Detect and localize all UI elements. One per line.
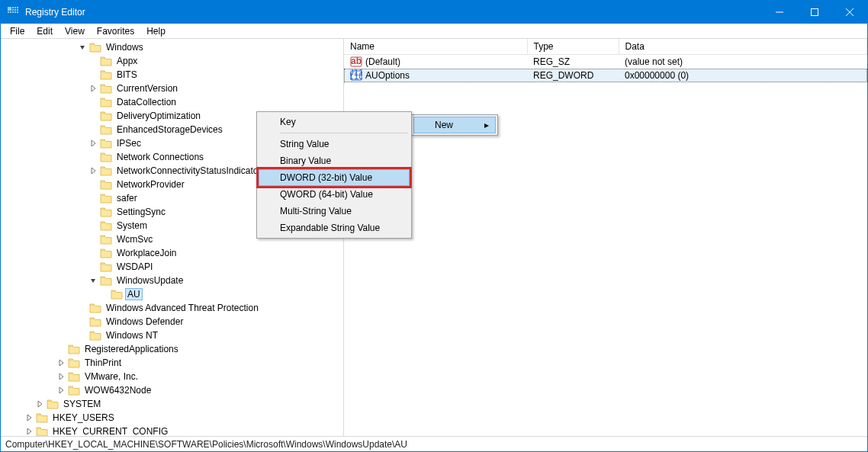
- tree-node-label: HKEY_USERS: [51, 412, 116, 423]
- chevron-down-icon[interactable]: [88, 275, 98, 286]
- tree-node[interactable]: WindowsUpdate: [2, 274, 343, 287]
- chevron-right-icon[interactable]: [56, 385, 66, 396]
- chevron-right-icon[interactable]: [34, 399, 45, 409]
- tree-node-label: AU: [126, 289, 142, 300]
- context-menu-new-parent[interactable]: New▸: [411, 114, 498, 136]
- menu-edit[interactable]: Edit: [31, 24, 59, 38]
- tree-node[interactable]: Windows: [2, 40, 343, 54]
- context-item[interactable]: Key: [259, 114, 410, 130]
- menu-help[interactable]: Help: [140, 24, 172, 38]
- context-item-new[interactable]: New▸: [413, 117, 496, 133]
- statusbar: Computer\HKEY_LOCAL_MACHINE\SOFTWARE\Pol…: [1, 436, 867, 451]
- tree-node[interactable]: WOW6432Node: [2, 383, 343, 397]
- window-title: Registry Editor: [25, 7, 762, 18]
- value-type: REG_SZ: [527, 55, 619, 69]
- tree-node[interactable]: WorkplaceJoin: [2, 246, 343, 260]
- minimize-button[interactable]: [762, 1, 797, 24]
- statusbar-path: Computer\HKEY_LOCAL_MACHINE\SOFTWARE\Pol…: [5, 439, 407, 450]
- spacer: [88, 56, 98, 66]
- folder-icon: [100, 248, 112, 258]
- value-list-pane[interactable]: Name Type Data ab(Default)REG_SZ(value n…: [344, 39, 867, 436]
- tree-node[interactable]: ThinPrint: [2, 356, 343, 370]
- context-item[interactable]: QWORD (64-bit) Value: [259, 186, 410, 203]
- folder-icon: [100, 179, 112, 190]
- svg-rect-13: [812, 9, 818, 16]
- folder-icon: [68, 357, 80, 368]
- menu-view[interactable]: View: [59, 24, 91, 38]
- context-item[interactable]: Binary Value: [259, 152, 410, 169]
- context-item[interactable]: DWORD (32-bit) Value: [259, 169, 410, 186]
- spacer: [88, 152, 98, 162]
- tree-node-label: BITS: [115, 69, 139, 80]
- tree-node[interactable]: VMware, Inc.: [2, 370, 343, 383]
- svg-text:ab: ab: [351, 56, 362, 66]
- chevron-right-icon[interactable]: [88, 83, 98, 94]
- chevron-down-icon[interactable]: [77, 42, 88, 53]
- context-separator: [280, 133, 408, 133]
- chevron-right-icon[interactable]: [56, 357, 66, 368]
- tree-node[interactable]: Windows NT: [2, 329, 343, 342]
- value-list[interactable]: Name Type Data ab(Default)REG_SZ(value n…: [344, 39, 867, 82]
- column-data[interactable]: Data: [619, 39, 867, 55]
- tree-node[interactable]: Windows Advanced Threat Protection: [2, 301, 343, 315]
- svg-rect-2: [14, 7, 16, 8]
- submenu-arrow-icon: ▸: [484, 120, 489, 130]
- tree-node-label: Windows NT: [104, 330, 159, 341]
- window-controls: [762, 1, 867, 24]
- chevron-right-icon[interactable]: [24, 412, 34, 423]
- spacer: [88, 111, 98, 121]
- tree-node-label: WindowsUpdate: [115, 275, 185, 286]
- menu-file[interactable]: File: [4, 24, 31, 38]
- tree-node[interactable]: Appx: [2, 54, 343, 68]
- svg-rect-5: [14, 9, 16, 11]
- folder-icon: [89, 303, 101, 313]
- titlebar[interactable]: Registry Editor: [1, 1, 867, 24]
- maximize-button[interactable]: [797, 1, 832, 24]
- column-type[interactable]: Type: [527, 39, 619, 55]
- folder-icon: [89, 316, 101, 327]
- tree-node[interactable]: Windows Defender: [2, 315, 343, 329]
- folder-icon: [89, 42, 101, 53]
- tree-node[interactable]: SYSTEM: [2, 397, 343, 411]
- tree-node-label: System: [115, 220, 149, 231]
- tree-node[interactable]: BITS: [2, 68, 343, 82]
- spacer: [88, 97, 98, 107]
- tree-node-label: safer: [115, 193, 139, 204]
- chevron-right-icon[interactable]: [88, 138, 98, 149]
- tree-node[interactable]: CurrentVersion: [2, 82, 343, 95]
- folder-icon: [68, 371, 80, 382]
- folder-icon: [100, 207, 112, 217]
- tree-node-label: Windows: [104, 42, 145, 53]
- svg-rect-4: [12, 9, 14, 11]
- svg-rect-11: [17, 11, 18, 13]
- svg-rect-8: [10, 11, 11, 13]
- context-menu-new-submenu[interactable]: KeyString ValueBinary ValueDWORD (32-bit…: [256, 111, 412, 239]
- list-row[interactable]: 011110AUOptionsREG_DWORD0x00000000 (0): [344, 69, 867, 82]
- tree-node[interactable]: HKEY_CURRENT_CONFIG: [2, 425, 343, 436]
- folder-icon: [100, 69, 112, 80]
- chevron-right-icon[interactable]: [88, 165, 98, 176]
- column-name[interactable]: Name: [344, 39, 527, 55]
- tree-node[interactable]: DataCollection: [2, 95, 343, 109]
- chevron-right-icon[interactable]: [56, 371, 66, 382]
- svg-rect-0: [8, 7, 11, 11]
- tree-node-label: DataCollection: [115, 97, 178, 107]
- svg-rect-7: [8, 11, 9, 13]
- tree-node[interactable]: WSDAPI: [2, 260, 343, 274]
- registry-editor-window: Registry Editor FileEditViewFavoritesHel…: [0, 0, 868, 452]
- tree-node[interactable]: HKEY_USERS: [2, 411, 343, 425]
- folder-icon: [36, 426, 48, 436]
- menu-favorites[interactable]: Favorites: [91, 24, 140, 38]
- context-item[interactable]: String Value: [259, 136, 410, 152]
- spacer: [88, 69, 98, 80]
- tree-node-label: Windows Advanced Threat Protection: [104, 303, 260, 313]
- tree-node-label: DeliveryOptimization: [115, 111, 202, 121]
- tree-node[interactable]: AU: [2, 287, 343, 301]
- chevron-right-icon[interactable]: [24, 426, 34, 436]
- context-item[interactable]: Expandable String Value: [259, 220, 410, 236]
- tree-node[interactable]: RegisteredApplications: [2, 342, 343, 356]
- spacer: [56, 344, 66, 354]
- context-item[interactable]: Multi-String Value: [259, 203, 410, 220]
- list-row[interactable]: ab(Default)REG_SZ(value not set): [344, 55, 867, 69]
- close-button[interactable]: [832, 1, 867, 24]
